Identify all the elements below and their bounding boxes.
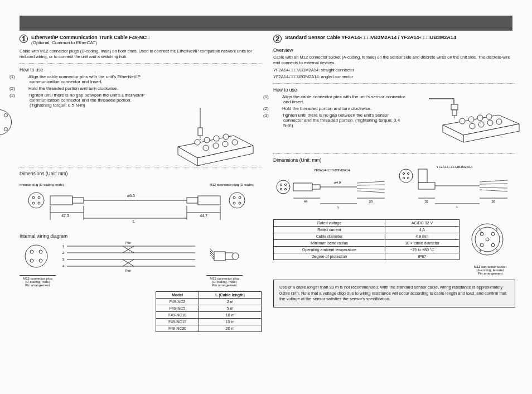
svg-rect-95 [418,169,427,182]
dim-title-right: Dimensions (Unit: mm) [273,157,515,163]
section-sub-left: (Optional, Common to EtherCAT) [31,40,149,45]
section-number-2: 2 [273,35,282,43]
svg-text:L: L [337,205,340,209]
svg-point-41 [30,259,33,262]
svg-rect-75 [293,183,312,191]
svg-line-78 [357,181,385,183]
svg-rect-18 [187,198,198,203]
svg-text:ø6.5: ø6.5 [127,194,135,198]
conn-pinout-right: 1 2 4 3 M12 connector socket (A-coding, … [465,219,515,275]
svg-point-10 [28,193,44,208]
left-column: 1 EtherNet/IP Communication Trunk Cable … [20,35,262,332]
svg-text:L: L [133,219,135,223]
device-iso-diagram-left [167,108,262,169]
svg-rect-76 [312,185,320,189]
svg-point-60 [460,118,465,124]
section-number-1: 1 [20,35,28,43]
svg-point-114 [491,243,495,247]
svg-point-113 [480,243,483,247]
svg-text:44: 44 [304,200,308,203]
note-box-right: Use of a cable longer than 20 m is not r… [273,280,515,307]
svg-text:L: L [456,205,458,209]
dimension-drawing-left: 47.3 44.7 L ø6.5 M12 connector plug (D-c… [20,178,254,231]
step-1-right: (1)Align the cable connector pins with t… [273,94,407,104]
intro-right: Cable with an M12 connector socket (A-co… [273,55,515,66]
svg-text:50: 50 [492,200,496,203]
svg-point-14 [38,202,40,204]
svg-point-5 [213,143,219,148]
svg-point-90 [399,169,413,182]
step-1-left: (1)Align the cable connector pins with t… [20,74,153,84]
svg-point-11 [32,196,35,199]
svg-point-4 [203,145,209,151]
svg-point-72 [284,184,286,185]
svg-line-99 [480,184,507,184]
header-bar [20,16,512,31]
model-length-table-left: Model L (Cable length) F49-NC22 m F49-NC… [156,291,262,332]
svg-point-61 [468,117,474,122]
spec-table-right: Rated voltageAC/DC 32 V Rated current4 A… [273,219,460,260]
svg-line-56 [210,248,214,253]
separator [20,63,262,64]
device-iso-diagram-right [423,94,521,147]
usage-title-right: How to use [273,87,515,93]
svg-point-23 [233,202,235,204]
svg-rect-9 [198,128,202,136]
svg-point-62 [477,115,483,121]
svg-point-0 [195,140,200,145]
intro-left: Cable with M12 connector plugs (D-coding… [20,49,262,60]
svg-rect-68 [451,104,458,110]
svg-point-91 [403,172,404,174]
straight-label: YF2A14-□□□VB3M2A14: straight connector [273,68,515,73]
wiring-diagram-left: 1 2 3 4 Pair Pair [61,241,201,274]
svg-point-13 [32,202,35,204]
intro-title-right: Overview [273,47,515,53]
svg-text:3: 3 [62,258,65,261]
step-2-left: (2)Hold the threaded portion and turn cl… [20,86,153,91]
separator [273,83,515,84]
svg-rect-19 [198,196,220,205]
svg-text:2: 2 [62,251,65,254]
section-heading-right: 2 Standard Sensor Cable YF2A14-□□□VB3M2A… [273,35,515,43]
svg-point-7 [232,140,238,145]
usage-title-left: How to use [20,67,262,73]
svg-point-20 [229,193,245,208]
svg-text:47.3: 47.3 [61,214,69,218]
svg-point-64 [470,123,475,129]
svg-rect-16 [72,198,84,203]
svg-point-6 [223,141,228,147]
svg-point-70 [277,180,290,194]
svg-line-98 [480,180,507,182]
svg-text:44.7: 44.7 [200,214,207,218]
svg-point-40 [39,250,42,253]
svg-line-81 [357,191,385,193]
right-column: 2 Standard Sensor Cable YF2A14-□□□VB3M2A… [273,35,515,307]
step-2-right: (2)Hold the threaded portion and turn cl… [273,106,407,111]
svg-line-80 [357,189,385,189]
svg-text:Pair: Pair [125,269,132,272]
svg-point-115 [486,238,489,241]
wiring-title-left: Internal wiring diagram [20,233,262,239]
svg-text:YF2A14-□□□UB3M2A14: YF2A14-□□□UB3M2A14 [436,165,473,169]
svg-point-65 [478,122,484,127]
svg-text:50: 50 [369,200,373,203]
svg-point-92 [407,172,409,174]
step-3-left: (3)Tighten until there is no gap between… [20,93,153,108]
conn-pinout-left-b: M12 connector plug (D-coding, male) Pin … [206,241,243,287]
svg-text:Pair: Pair [125,241,132,244]
svg-rect-96 [418,182,435,189]
svg-point-94 [407,177,409,179]
svg-point-3 [223,134,229,140]
svg-point-2 [214,136,219,141]
section-heading-left: 1 EtherNet/IP Communication Trunk Cable … [20,35,262,45]
step-3-right: (3)Tighten until there is no gap between… [273,113,407,128]
dimension-drawing-right: YF2A14-□□□VB3M2A14 44 L 50 ø4.9 [273,165,515,216]
svg-point-22 [239,196,241,199]
conn-pinout-left-a: M12 connector plug (D-coding, male) Pin … [20,241,56,287]
svg-point-93 [403,177,404,179]
svg-point-39 [30,250,33,253]
svg-line-59 [210,255,214,260]
svg-text:YF2A14-□□□VB3M2A14: YF2A14-□□□VB3M2A14 [314,169,351,172]
svg-point-55 [232,253,239,260]
svg-text:M12 connector plug (D-coding, : M12 connector plug (D-coding, male) [210,183,254,186]
